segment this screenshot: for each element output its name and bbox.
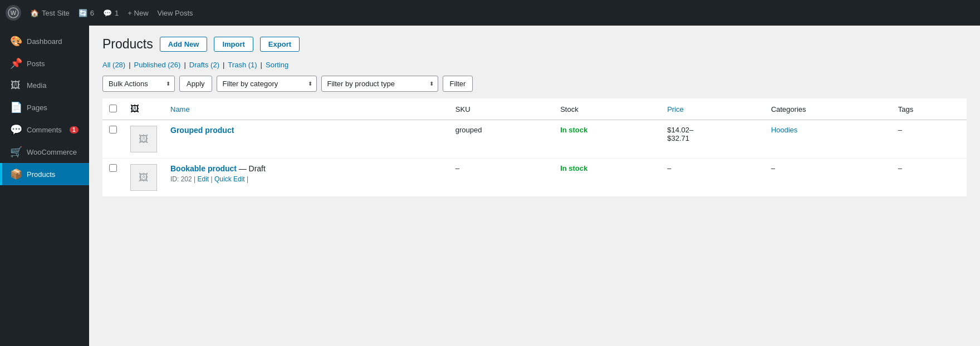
sidebar-label-pages: Pages [27,103,47,112]
subnav-sorting[interactable]: Sorting [266,61,288,69]
row1-thumb-cell: 🖼 [124,120,164,159]
table-row: 🖼 Grouped product grouped In stock $14.0… [102,120,967,159]
comments-icon: 💬 [103,9,112,17]
row1-checkbox[interactable] [109,126,117,134]
subnav-sep-1: | [129,61,130,69]
row1-checkbox-cell [102,120,124,159]
row1-stock-status: In stock [560,126,587,134]
media-icon: 🖼 [10,80,21,91]
row1-price-cell: $14.02–$32.71 [660,120,764,159]
col-tags: Tags [891,98,967,120]
wp-logo-icon[interactable]: W [6,5,21,21]
col-thumb: 🖼 [124,98,164,120]
products-table: 🖼 Name SKU Stock Price Catego [102,98,967,197]
thumbnail-icon: 🖼 [130,104,139,113]
subnav-sep-2: | [184,61,185,69]
row1-categories-cell: Hoodies [765,120,891,159]
posts-icon: 📌 [10,57,21,70]
page-header: Products Add New Import Export [102,37,967,52]
sidebar-label-comments: Comments [27,126,62,134]
subnav-published[interactable]: Published (26) [134,61,181,69]
row1-stock-cell: In stock [553,120,660,159]
woocommerce-icon: 🛒 [10,146,21,158]
row2-thumb-cell: 🖼 [124,159,164,197]
row2-price-cell: – [660,159,764,197]
col-stock: Stock [553,98,660,120]
sidebar-item-media[interactable]: 🖼 Media [0,75,89,96]
app-layout: 🎨 Dashboard 📌 Posts 🖼 Media 📄 Pages 💬 Co… [0,26,980,346]
sidebar-label-posts: Posts [27,60,45,68]
filters-row: Bulk Actions ⬍ Apply Filter by category … [102,76,967,92]
apply-button[interactable]: Apply [179,76,212,92]
row2-edit-link[interactable]: Edit [198,175,209,183]
sidebar-item-woocommerce[interactable]: 🛒 WooCommerce [0,141,89,163]
sidebar-label-dashboard: Dashboard [27,37,62,46]
updates-icon: 🔄 [79,9,87,17]
updates-link[interactable]: 🔄 6 [79,9,94,17]
sidebar: 🎨 Dashboard 📌 Posts 🖼 Media 📄 Pages 💬 Co… [0,26,89,346]
row2-sku-cell: – [449,159,553,197]
col-name[interactable]: Name [164,98,449,120]
site-name-link[interactable]: 🏠 Test Site [30,9,70,17]
image-placeholder-icon: 🖼 [139,172,149,184]
row2-checkbox[interactable] [109,164,117,172]
row2-thumbnail: 🖼 [130,164,157,191]
sidebar-item-comments[interactable]: 💬 Comments 1 [0,118,89,141]
add-new-button[interactable]: Add New [160,37,208,52]
sidebar-item-products[interactable]: 📦 Products [0,163,89,185]
export-button[interactable]: Export [260,37,300,52]
sidebar-item-dashboard[interactable]: 🎨 Dashboard [0,30,89,52]
image-placeholder-icon: 🖼 [139,134,149,145]
import-button[interactable]: Import [214,37,253,52]
table-header-row: 🖼 Name SKU Stock Price Catego [102,98,967,120]
subnav: All (28) | Published (26) | Drafts (2) |… [102,61,967,69]
main-content: Products Add New Import Export All (28) … [89,26,980,346]
col-checkbox [102,98,124,120]
bulk-actions-select[interactable]: Bulk Actions [102,76,175,92]
home-icon: 🏠 [30,9,39,17]
subnav-drafts[interactable]: Drafts (2) [189,61,219,69]
sidebar-label-media: Media [27,81,46,90]
sidebar-label-products: Products [27,170,55,179]
row1-sku-cell: grouped [449,120,553,159]
select-all-checkbox[interactable] [109,105,117,112]
filter-category-wrap: Filter by category ⬍ [217,76,317,92]
row1-thumbnail: 🖼 [130,126,157,152]
page-title: Products [102,37,153,52]
filter-category-select[interactable]: Filter by category [217,76,317,92]
comments-badge: 1 [70,126,79,134]
comments-link[interactable]: 💬 1 [103,9,119,17]
row2-tags-cell: – [891,159,967,197]
comments-nav-icon: 💬 [10,123,21,136]
row2-name-cell: Bookable product — Draft ID: 202 | Edit … [164,159,449,197]
row2-draft-badge: — Draft [239,164,266,173]
sidebar-item-pages[interactable]: 📄 Pages [0,96,89,118]
sidebar-item-posts[interactable]: 📌 Posts [0,52,89,75]
row2-quick-edit-link[interactable]: Quick Edit [214,175,245,183]
col-price[interactable]: Price [660,98,764,120]
view-posts-link[interactable]: View Posts [158,9,193,17]
row2-product-meta: ID: 202 | Edit | Quick Edit | [170,175,442,183]
subnav-all[interactable]: All (28) [102,61,125,69]
table-row: 🖼 Bookable product — Draft ID: 202 | Edi… [102,159,967,197]
row1-price: $14.02–$32.71 [667,126,693,142]
filter-button[interactable]: Filter [443,76,473,92]
subnav-trash[interactable]: Trash (1) [228,61,257,69]
bulk-actions-wrap: Bulk Actions ⬍ [102,76,175,92]
row1-category-link[interactable]: Hoodies [771,126,798,134]
row2-stock-cell: In stock [553,159,660,197]
svg-text:W: W [11,9,17,16]
row1-product-name-link[interactable]: Grouped product [170,126,234,135]
pages-icon: 📄 [10,101,21,113]
row1-tags-cell: – [891,120,967,159]
row2-product-name-link[interactable]: Bookable product [170,164,237,173]
top-bar: W 🏠 Test Site 🔄 6 💬 1 + New View Posts [0,0,980,26]
new-content-link[interactable]: + New [128,9,148,17]
subnav-sep-3: | [223,61,224,69]
dashboard-icon: 🎨 [10,35,21,47]
row2-stock-status: In stock [560,164,587,172]
row2-checkbox-cell [102,159,124,197]
row1-name-cell: Grouped product [164,120,449,159]
col-categories: Categories [765,98,891,120]
filter-type-select[interactable]: Filter by product type [321,76,438,92]
